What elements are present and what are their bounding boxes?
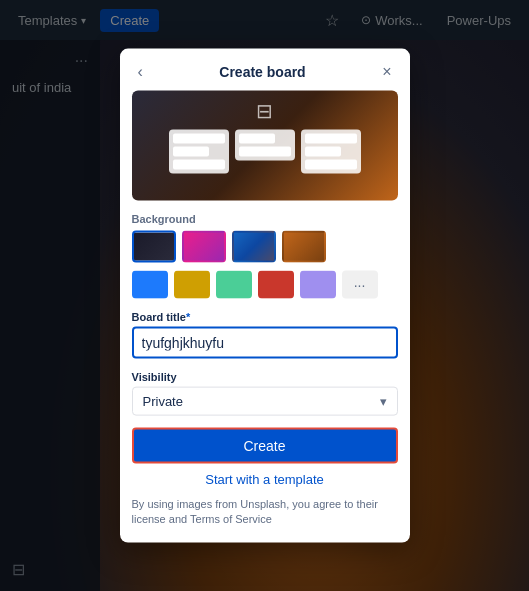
preview-card [173, 133, 225, 143]
visibility-label: Visibility [120, 370, 410, 386]
trello-icon: ⊟ [256, 98, 273, 122]
preview-card [305, 159, 357, 169]
preview-card [239, 146, 291, 156]
board-preview: ⊟ [132, 90, 398, 200]
swatch-mountain[interactable] [232, 230, 276, 262]
create-btn-label: Create [243, 437, 285, 453]
preview-column-2 [235, 129, 295, 160]
color-swatch-blue[interactable] [132, 270, 168, 298]
preview-column-1 [169, 129, 229, 173]
color-swatch-red[interactable] [258, 270, 294, 298]
color-row: ··· [120, 270, 410, 310]
preview-card [305, 146, 341, 156]
board-title-label: Board title* [120, 310, 410, 326]
background-label: Background [120, 212, 410, 230]
back-icon: ‹ [138, 62, 143, 79]
close-button[interactable]: × [376, 60, 397, 82]
color-swatch-green[interactable] [216, 270, 252, 298]
swatch-desert[interactable] [282, 230, 326, 262]
close-icon: × [382, 62, 391, 79]
bg-swatches [120, 230, 410, 270]
swatch-pink[interactable] [182, 230, 226, 262]
chevron-down-icon: ▾ [380, 393, 387, 408]
board-title-input[interactable] [132, 326, 398, 358]
template-link[interactable]: Start with a template [120, 471, 410, 486]
create-board-button[interactable]: Create [132, 427, 398, 463]
footer-text: By using images from Unsplash, you agree… [120, 496, 410, 527]
color-swatch-purple[interactable] [300, 270, 336, 298]
preview-card [173, 146, 209, 156]
color-swatch-orange[interactable] [174, 270, 210, 298]
preview-card [239, 133, 275, 143]
create-board-modal: ‹ Create board × ⊟ Backgroun [120, 48, 410, 543]
modal-title: Create board [149, 63, 376, 79]
template-link-label: Start with a template [205, 471, 324, 486]
visibility-value: Private [143, 393, 183, 408]
preview-card [173, 159, 225, 169]
modal-header: ‹ Create board × [120, 48, 410, 90]
swatch-dark[interactable] [132, 230, 176, 262]
preview-column-3 [301, 129, 361, 173]
color-more-button[interactable]: ··· [342, 270, 378, 298]
preview-card [305, 133, 357, 143]
required-marker: * [186, 310, 190, 322]
visibility-select[interactable]: Private ▾ [132, 386, 398, 415]
back-button[interactable]: ‹ [132, 60, 149, 82]
